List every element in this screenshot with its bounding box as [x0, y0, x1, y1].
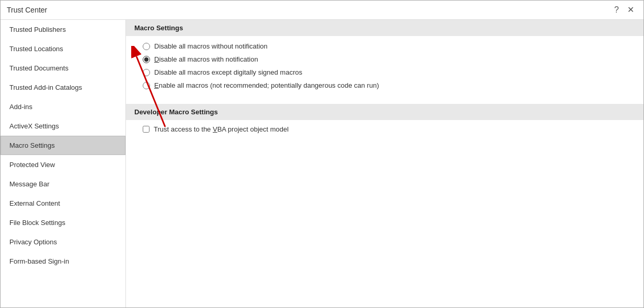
macro-settings-options: Disable all macros without notificationD… [126, 36, 643, 96]
title-bar: Trust Center ? ✕ [1, 1, 643, 20]
checkbox-item-trust-vba: Trust access to the VBA project object m… [126, 120, 643, 138]
radio-label-disable-no-notification[interactable]: Disable all macros without notification [154, 42, 268, 50]
radio-item-disable-with-notification: Disable all macros with notification [143, 55, 627, 63]
sidebar-item-activex-settings[interactable]: ActiveX Settings [1, 116, 125, 136]
macro-settings-section: Macro Settings Disable all macros withou… [126, 20, 643, 96]
sidebar-item-add-ins[interactable]: Add-ins [1, 97, 125, 116]
radio-enable-all[interactable] [143, 82, 150, 89]
sidebar: Trusted PublishersTrusted LocationsTrust… [1, 20, 126, 307]
developer-macro-options: Trust access to the VBA project object m… [126, 120, 643, 138]
sidebar-item-macro-settings[interactable]: Macro Settings [1, 136, 125, 155]
trust-center-dialog: Trust Center ? ✕ Trusted PublishersTrust… [0, 0, 644, 308]
radio-disable-no-notification[interactable] [143, 43, 150, 50]
sidebar-item-message-bar[interactable]: Message Bar [1, 174, 125, 194]
sidebar-item-trusted-locations[interactable]: Trusted Locations [1, 39, 125, 58]
sidebar-item-trusted-publishers[interactable]: Trusted Publishers [1, 20, 125, 39]
sidebar-item-form-based-signin[interactable]: Form-based Sign-in [1, 252, 125, 271]
developer-macro-header: Developer Macro Settings [126, 104, 643, 120]
close-button[interactable]: ✕ [624, 5, 637, 15]
radio-disable-with-notification[interactable] [143, 56, 150, 63]
help-button[interactable]: ? [611, 5, 622, 15]
sidebar-item-trusted-addin-catalogs[interactable]: Trusted Add-in Catalogs [1, 78, 125, 97]
developer-macro-section: Developer Macro Settings Trust access to… [126, 104, 643, 138]
sidebar-item-protected-view[interactable]: Protected View [1, 155, 125, 174]
sidebar-item-file-block-settings[interactable]: File Block Settings [1, 213, 125, 232]
content-area: Trusted PublishersTrusted LocationsTrust… [1, 20, 643, 307]
sidebar-item-privacy-options[interactable]: Privacy Options [1, 232, 125, 252]
radio-disable-except-signed[interactable] [143, 69, 150, 76]
checkbox-trust-vba[interactable] [143, 126, 150, 133]
radio-label-enable-all[interactable]: Enable all macros (not recommended; pote… [154, 81, 379, 89]
radio-item-disable-except-signed: Disable all macros except digitally sign… [143, 68, 627, 76]
sidebar-item-trusted-documents[interactable]: Trusted Documents [1, 58, 125, 78]
sidebar-item-external-content[interactable]: External Content [1, 194, 125, 213]
main-content: Macro Settings Disable all macros withou… [126, 20, 643, 307]
radio-label-disable-with-notification[interactable]: Disable all macros with notification [154, 55, 258, 63]
checkbox-label-trust-vba[interactable]: Trust access to the VBA project object m… [154, 125, 289, 133]
radio-item-enable-all: Enable all macros (not recommended; pote… [143, 81, 627, 89]
radio-item-disable-no-notification: Disable all macros without notification [143, 42, 627, 50]
title-bar-right: ? ✕ [611, 5, 637, 15]
radio-label-disable-except-signed[interactable]: Disable all macros except digitally sign… [154, 68, 302, 76]
dialog-title: Trust Center [7, 6, 47, 14]
title-bar-left: Trust Center [7, 6, 47, 14]
macro-settings-header: Macro Settings [126, 20, 643, 36]
